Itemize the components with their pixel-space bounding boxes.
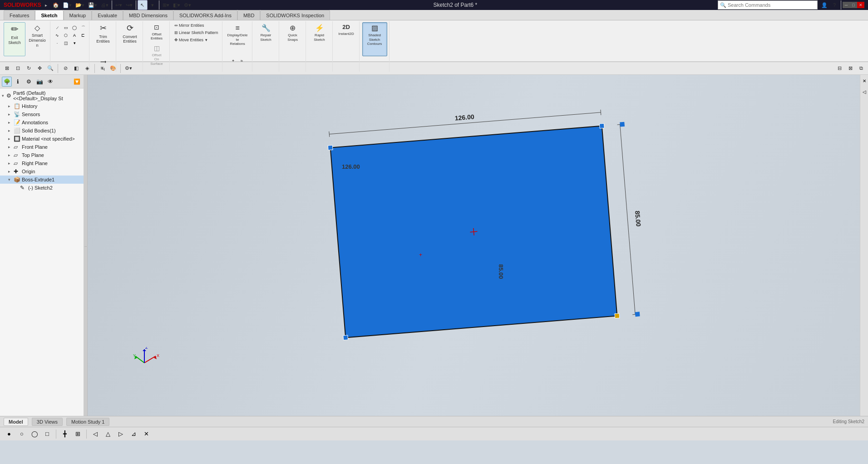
- config-manager-btn[interactable]: ⚙: [24, 77, 34, 87]
- bt-right[interactable]: ▷: [115, 429, 126, 439]
- tree-item-part6[interactable]: ▾⚙Part6 (Default) <<Default>_Display St: [0, 89, 84, 102]
- view-settings-btn[interactable]: ⚙▾: [123, 63, 134, 73]
- display-mode-btn[interactable]: ◈: [82, 63, 92, 73]
- shaded-contours-btn[interactable]: ▨ ShadedSketchContours: [362, 22, 387, 56]
- user-icon[interactable]: 👤: [819, 0, 829, 10]
- tab-mbd[interactable]: MBD: [237, 10, 260, 20]
- expand-right-btn[interactable]: ⊠: [845, 63, 855, 73]
- float-btn[interactable]: ⧉: [856, 63, 866, 73]
- view-btn[interactable]: ⊞▾: [161, 0, 171, 10]
- linear-sketch-btn[interactable]: ⊞ Linear Sketch Pattern: [173, 29, 220, 36]
- tree-item-right-plane[interactable]: ▸▱Right Plane: [0, 159, 84, 167]
- expand-material[interactable]: ▸: [8, 137, 14, 141]
- display-btn[interactable]: ◧▾: [171, 0, 182, 10]
- undo-btn[interactable]: ↩▾: [113, 0, 124, 10]
- open-btn[interactable]: 📂▾: [74, 0, 86, 10]
- expand-sensors[interactable]: ▸: [8, 112, 14, 117]
- add-relation-btn[interactable]: +: [229, 57, 237, 64]
- bt-construct[interactable]: ╋: [59, 429, 70, 439]
- line-btn[interactable]: ⟋: [53, 24, 61, 31]
- save-btn[interactable]: 💾▾: [86, 0, 99, 10]
- feature-manager-btn[interactable]: 🌳: [2, 77, 12, 87]
- tab-solidworks-inspection[interactable]: SOLIDWORKS Inspection: [260, 10, 330, 20]
- bt-grid[interactable]: ⊞: [72, 429, 83, 439]
- tab-markup[interactable]: Markup: [64, 10, 92, 20]
- search-input[interactable]: [728, 2, 814, 8]
- expand-history[interactable]: ▸: [8, 104, 14, 108]
- tree-item-sensors[interactable]: ▸📡Sensors: [0, 110, 84, 118]
- spline-btn[interactable]: ∿: [53, 32, 61, 39]
- exit-sketch-btn[interactable]: ✏ ExitSketch: [4, 22, 25, 56]
- options-btn[interactable]: ⚙▾: [182, 0, 193, 10]
- expand-annotations[interactable]: ▸: [8, 120, 14, 125]
- tree-item-origin[interactable]: ▸✚Origin: [0, 167, 84, 176]
- rp-close-btn[interactable]: ✕: [859, 76, 868, 86]
- mirror-entities-btn[interactable]: ⇔ Mirror Entities: [173, 22, 220, 29]
- tab-solidworks-addins[interactable]: SOLIDWORKS Add-Ins: [173, 10, 237, 20]
- text-btn[interactable]: A: [70, 32, 79, 39]
- bt-circle[interactable]: ◯: [29, 429, 40, 439]
- minimize-btn[interactable]: ─: [843, 2, 850, 8]
- pan-btn[interactable]: ✥: [35, 63, 44, 73]
- instant2d-btn[interactable]: 2D Instant2D: [335, 22, 357, 56]
- expand-right-plane[interactable]: ▸: [8, 161, 14, 166]
- zoom-area-btn[interactable]: ⊡: [13, 63, 23, 73]
- scene-btn[interactable]: ☀: [97, 63, 107, 73]
- maximize-btn[interactable]: □: [850, 2, 857, 8]
- bt-up[interactable]: △: [103, 429, 113, 439]
- bt-rect[interactable]: □: [42, 429, 53, 439]
- bt-x[interactable]: ✕: [141, 429, 152, 439]
- tree-item-history[interactable]: ▸📋History: [0, 102, 84, 110]
- zoom-fit-btn[interactable]: ⊠: [2, 63, 12, 73]
- home-btn[interactable]: 🏠: [51, 0, 61, 10]
- search-box[interactable]: 🔍: [718, 0, 818, 10]
- expand-origin[interactable]: ▸: [8, 169, 14, 174]
- rp-expand-btn[interactable]: ◁: [859, 87, 868, 97]
- tree-item-solid-bodies[interactable]: ▸⬜Solid Bodies(1): [0, 127, 84, 135]
- tab-evaluate[interactable]: Evaluate: [92, 10, 123, 20]
- move-dropdown-icon[interactable]: ▾: [205, 38, 207, 42]
- redo-btn[interactable]: ↪▾: [124, 0, 134, 10]
- tree-item-annotations[interactable]: ▸📝Annotations: [0, 118, 84, 127]
- display-delete-btn[interactable]: ≡ Display/DeleteRelations: [225, 22, 250, 56]
- slot-btn[interactable]: ⊏: [79, 32, 87, 39]
- trim-entities-btn[interactable]: ✂ TrimEntities: [92, 22, 114, 56]
- expand-left-btn[interactable]: ⊟: [834, 63, 844, 73]
- circle-btn[interactable]: ◯: [70, 24, 79, 31]
- select-btn[interactable]: ▾: [148, 0, 158, 10]
- expand-boss-extrude1[interactable]: ▾: [8, 177, 14, 182]
- quick-snaps-btn[interactable]: ⊕ QuickSnaps: [282, 22, 304, 56]
- expand-part6[interactable]: ▾: [2, 93, 6, 98]
- repair-sketch-btn[interactable]: 🔧 RepairSketch: [255, 22, 277, 56]
- view-orient-btn[interactable]: ◧: [71, 63, 81, 73]
- filter-btn[interactable]: 🔽: [72, 77, 82, 87]
- convert-entities-btn[interactable]: ⟳ ConvertEntities: [119, 22, 141, 56]
- bt-line[interactable]: ○: [16, 429, 27, 439]
- bt-left[interactable]: ◁: [90, 429, 101, 439]
- model-tab[interactable]: Model: [4, 418, 28, 426]
- appearance-btn[interactable]: 🎨: [108, 63, 118, 73]
- display-manager-btn[interactable]: 👁: [45, 77, 55, 87]
- tree-item-boss-extrude1[interactable]: ▾📦Boss-Extrude1: [0, 176, 84, 184]
- bt-sketch-tools[interactable]: ⊿: [128, 429, 139, 439]
- rotate-view-btn[interactable]: ↻: [24, 63, 34, 73]
- 3d-views-tab[interactable]: 3D Views: [32, 418, 63, 426]
- polygon-btn[interactable]: ⬡: [62, 32, 70, 39]
- close-btn[interactable]: ✕: [857, 2, 864, 8]
- tab-sketch[interactable]: Sketch: [35, 10, 63, 20]
- expand-front-plane[interactable]: ▸: [8, 145, 14, 149]
- point-btn[interactable]: ·: [53, 39, 61, 47]
- expand-solid-bodies[interactable]: ▸: [8, 128, 14, 133]
- viewport[interactable]: 126.00 85.00 X Y Z +: [88, 75, 860, 416]
- tree-item-material[interactable]: ▸🔲Material <not specified>: [0, 135, 84, 143]
- bt-select[interactable]: ●: [4, 429, 15, 439]
- new-doc-btn[interactable]: 📄▾: [61, 0, 74, 10]
- motion-study-tab[interactable]: Motion Study 1: [66, 418, 109, 426]
- expand-top-plane[interactable]: ▸: [8, 153, 14, 157]
- print-btn[interactable]: 🖨▾: [99, 0, 110, 10]
- tab-mbd-dimensions[interactable]: MBD Dimensions: [123, 10, 173, 20]
- tree-item-front-plane[interactable]: ▸▱Front Plane: [0, 143, 84, 151]
- smart-dim-btn[interactable]: ◇ SmartDimension: [26, 22, 48, 56]
- help-btn[interactable]: ?: [829, 0, 839, 10]
- tree-item-sketch2[interactable]: ✎(-) Sketch2: [0, 184, 84, 192]
